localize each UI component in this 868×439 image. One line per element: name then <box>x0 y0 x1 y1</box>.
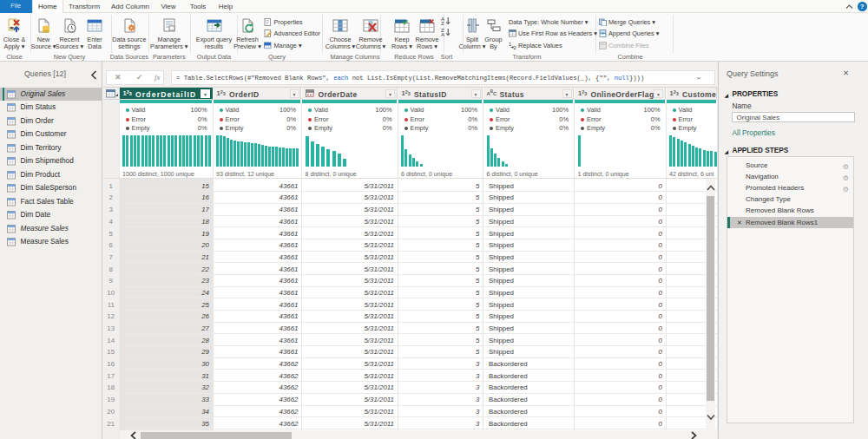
svg-text:2: 2 <box>513 45 516 49</box>
svg-text:1: 1 <box>509 42 512 47</box>
svg-text:A: A <box>441 32 444 36</box>
svg-text:Z: Z <box>441 21 444 25</box>
